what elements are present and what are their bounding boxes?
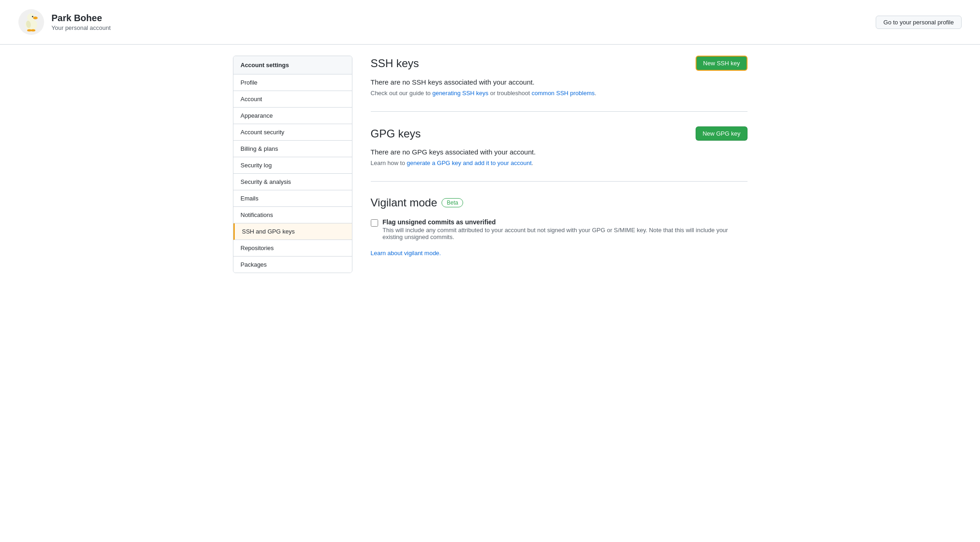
ssh-generating-link[interactable]: generating SSH keys [432,90,488,97]
gpg-section-title: GPG keys [371,127,421,140]
vigilant-checkbox-desc: This will include any commit attributed … [383,227,748,240]
vigilant-header-row: Vigilant mode Beta [371,196,748,209]
user-name: Park Bohee [51,13,111,23]
avatar [18,9,44,35]
sidebar-item-account[interactable]: Account [233,91,352,108]
vigilant-section-title: Vigilant mode [371,196,437,209]
ssh-keys-section: SSH keys New SSH key There are no SSH ke… [371,56,748,112]
gpg-help-suffix: . [532,160,533,166]
sidebar-item-security-log[interactable]: Security log [233,157,352,174]
gpg-section-header-row: GPG keys New GPG key [371,126,748,141]
gpg-keys-section: GPG keys New GPG key There are no GPG ke… [371,126,748,182]
go-to-profile-button[interactable]: Go to your personal profile [876,16,962,29]
ssh-help-text: Check out our guide to generating SSH ke… [371,90,748,97]
sidebar-item-billing[interactable]: Billing & plans [233,141,352,157]
sidebar-item-profile[interactable]: Profile [233,74,352,91]
vigilant-label-strong: Flag unsigned commits as unverified [383,218,496,226]
svg-point-2 [33,17,38,19]
main-content: SSH keys New SSH key There are no SSH ke… [371,56,748,286]
ssh-section-title: SSH keys [371,57,419,70]
sidebar-item-account-security[interactable]: Account security [233,124,352,141]
sidebar-item-notifications[interactable]: Notifications [233,207,352,223]
vigilant-checkbox[interactable] [371,219,378,227]
new-gpg-key-button[interactable]: New GPG key [696,126,747,141]
beta-badge: Beta [442,198,463,207]
sidebar-nav: Account settings Profile Account Appeara… [233,56,352,273]
gpg-help-prefix: Learn how to [371,160,407,166]
new-ssh-key-button[interactable]: New SSH key [696,56,747,71]
vigilant-checkbox-label[interactable]: Flag unsigned commits as unverified [383,218,496,226]
ssh-section-header-row: SSH keys New SSH key [371,56,748,71]
learn-vigilant-link[interactable]: Learn about vigilant mode. [371,250,441,257]
ssh-help-suffix: . [595,90,596,97]
sidebar-item-packages[interactable]: Packages [233,257,352,273]
sidebar-item-appearance[interactable]: Appearance [233,108,352,124]
ssh-empty-message: There are no SSH keys associated with yo… [371,78,748,86]
vigilant-checkbox-text: Flag unsigned commits as unverified This… [383,218,748,240]
sidebar-item-repositories[interactable]: Repositories [233,240,352,257]
ssh-problems-link[interactable]: common SSH problems [532,90,595,97]
user-subtitle: Your personal account [51,24,111,31]
ssh-help-prefix: Check out our guide to [371,90,432,97]
ssh-help-middle: or troubleshoot [488,90,532,97]
sidebar-item-security-analysis[interactable]: Security & analysis [233,174,352,190]
content-area: Account settings Profile Account Appeara… [215,45,766,297]
sidebar-section-header: Account settings [233,56,352,74]
gpg-generate-link[interactable]: generate a GPG key and add it to your ac… [407,160,532,166]
gpg-empty-message: There are no GPG keys associated with yo… [371,148,748,156]
svg-point-6 [31,29,35,32]
top-header: Park Bohee Your personal account Go to y… [0,0,980,45]
user-info: Park Bohee Your personal account [18,9,111,35]
sidebar-item-ssh-gpg-keys[interactable]: SSH and GPG keys [233,223,352,240]
sidebar: Account settings Profile Account Appeara… [233,56,352,286]
vigilant-mode-section: Vigilant mode Beta Flag unsigned commits… [371,196,748,271]
user-text: Park Bohee Your personal account [51,13,111,31]
vigilant-checkbox-row: Flag unsigned commits as unverified This… [371,218,748,240]
gpg-help-text: Learn how to generate a GPG key and add … [371,160,748,166]
sidebar-item-emails[interactable]: Emails [233,190,352,207]
svg-point-3 [32,16,34,17]
